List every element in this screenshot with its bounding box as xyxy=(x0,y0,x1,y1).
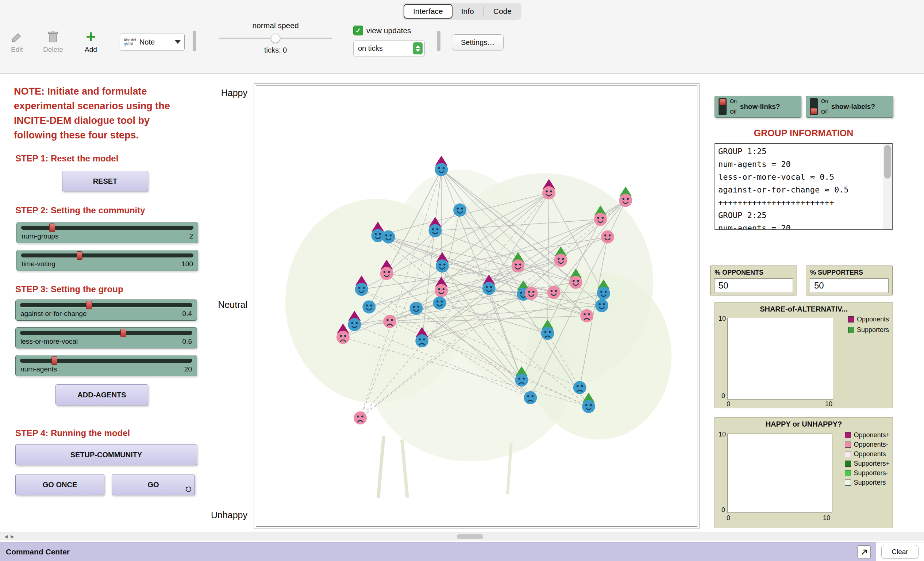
setup-community-button[interactable]: SETUP-COMMUNITY xyxy=(15,444,197,465)
step4-heading: STEP 4: Running the model xyxy=(15,428,130,438)
top-chrome: Interface Info Code Edit Delete + Add Ab… xyxy=(0,0,924,74)
time-voting-slider[interactable]: time-voting 100 xyxy=(16,250,198,271)
tab-info[interactable]: Info xyxy=(453,5,483,18)
slider-track[interactable] xyxy=(20,303,192,307)
less-or-more-vocal-slider[interactable]: less-or-more-vocal 0.6 xyxy=(15,327,197,349)
slider-track[interactable] xyxy=(20,331,192,335)
num-agents-slider[interactable]: num-agents 20 xyxy=(15,355,197,376)
legend-item: Supporters+ xyxy=(845,460,890,468)
output-scrollbar[interactable] xyxy=(883,144,892,229)
widget-type-dropdown[interactable]: Abc def ghi jkl Note xyxy=(120,34,184,50)
speed-slider-thumb[interactable] xyxy=(271,34,280,43)
edit-button[interactable]: Edit xyxy=(11,28,23,54)
settings-button[interactable]: Settings… xyxy=(452,34,504,50)
monitor-label: % SUPPORTERS xyxy=(806,266,892,277)
view-updates-group: ✓ view updates on ticks xyxy=(353,26,430,56)
axis-label-happy: Happy xyxy=(204,88,248,98)
x-axis-max: 10 xyxy=(823,514,830,522)
legend-swatch xyxy=(845,451,851,457)
speed-slider[interactable] xyxy=(219,33,332,44)
legend-swatch xyxy=(848,327,854,333)
switch-onoff-labels: On Off xyxy=(821,99,828,115)
slider-label: num-agents xyxy=(20,365,57,373)
agent xyxy=(410,302,423,315)
update-mode-dropdown[interactable]: on ticks xyxy=(353,41,425,56)
scrollbar-thumb[interactable] xyxy=(884,145,891,179)
slider-handle[interactable] xyxy=(120,329,126,337)
legend-item: Opponents xyxy=(848,316,889,323)
switch-knob[interactable] xyxy=(719,99,726,105)
legend-item: Supporters xyxy=(845,479,890,486)
against-or-for-change-slider[interactable]: against-or-for-change 0.4 xyxy=(15,299,197,321)
slider-track[interactable] xyxy=(21,253,194,257)
slider-label: against-or-for-change xyxy=(20,310,87,318)
agent xyxy=(453,203,466,217)
agent xyxy=(547,286,560,299)
toolbar-separator xyxy=(193,31,196,51)
detach-arrow-button[interactable] xyxy=(857,545,871,559)
background-stem xyxy=(378,436,384,498)
add-button[interactable]: + Add xyxy=(85,28,97,54)
trash-icon xyxy=(48,28,58,43)
slider-value: 100 xyxy=(182,260,193,268)
tab-bar: Interface Info Code xyxy=(402,3,522,20)
legend-label: Opponents+ xyxy=(854,431,890,439)
clear-button[interactable]: Clear xyxy=(881,545,918,559)
x-axis-min: 0 xyxy=(727,400,730,408)
legend-label: Supporters- xyxy=(854,469,888,477)
tab-interface[interactable]: Interface xyxy=(404,4,453,19)
go-once-button[interactable]: GO ONCE xyxy=(15,474,104,495)
switch-knob[interactable] xyxy=(810,108,817,114)
output-text: GROUP 1:25num-agents = 20less-or-more-vo… xyxy=(715,144,883,229)
legend-label: Opponents- xyxy=(854,441,888,448)
horizontal-scrollbar[interactable]: ◀▶ xyxy=(0,532,924,540)
slider-track[interactable] xyxy=(20,359,192,362)
monitor-label: % OPPONENTS xyxy=(711,266,796,277)
legend-item: Opponents xyxy=(845,450,890,458)
y-axis-max: 10 xyxy=(718,315,726,322)
legend-swatch xyxy=(845,432,851,438)
delete-button[interactable]: Delete xyxy=(43,28,63,54)
legend-item: Opponents- xyxy=(845,441,890,448)
scrollbar-arrows[interactable]: ◀▶ xyxy=(4,534,17,539)
agent xyxy=(433,296,446,310)
y-axis-min: 0 xyxy=(722,392,725,400)
axis-label-neutral: Neutral xyxy=(200,299,248,310)
show-labels-switch[interactable]: On Off show-labels? xyxy=(806,96,893,117)
y-axis-min: 0 xyxy=(722,506,725,514)
plot-title: SHARE-of-ALTERNATIV... xyxy=(715,302,892,313)
world-view[interactable] xyxy=(256,86,698,527)
slider-handle[interactable] xyxy=(49,224,55,232)
x-axis-min: 0 xyxy=(727,514,730,522)
legend-item: Supporters- xyxy=(845,469,890,477)
plot-area xyxy=(727,318,833,400)
reset-button[interactable]: RESET xyxy=(62,171,148,191)
slider-track[interactable] xyxy=(21,226,194,230)
tab-code[interactable]: Code xyxy=(484,5,520,18)
legend-swatch xyxy=(845,480,851,486)
world-view-frame xyxy=(254,83,700,529)
command-center-title: Command Center xyxy=(6,547,70,556)
num-groups-slider[interactable]: num-groups 2 xyxy=(16,222,198,243)
forever-icon xyxy=(185,486,192,493)
agent xyxy=(573,381,586,394)
slider-handle[interactable] xyxy=(86,301,92,309)
plot-legend: OpponentsSupporters xyxy=(848,316,889,334)
add-agents-button[interactable]: ADD-AGENTS xyxy=(56,384,148,405)
go-button[interactable]: GO xyxy=(112,474,195,495)
view-updates-label: view updates xyxy=(366,26,411,35)
switch-toggle[interactable] xyxy=(810,98,818,115)
switch-toggle[interactable] xyxy=(718,98,727,115)
model-note: NOTE: Initiate and formulate experimenta… xyxy=(14,84,194,143)
agent-network-canvas xyxy=(256,86,697,526)
output-line: less-or-more-vocal ≈ 0.5 xyxy=(718,171,880,183)
show-links-switch[interactable]: On Off show-links? xyxy=(714,96,801,117)
scrollbar-thumb[interactable] xyxy=(457,534,483,539)
slider-handle[interactable] xyxy=(76,251,82,260)
monitor-value: 50 xyxy=(714,278,793,293)
agent xyxy=(382,230,395,244)
share-of-alternatives-plot: SHARE-of-ALTERNATIV... 10 0 0 10 Opponen… xyxy=(714,302,893,408)
view-updates-checkbox[interactable]: ✓ xyxy=(353,26,363,35)
slider-handle[interactable] xyxy=(51,356,57,365)
switch-onoff-labels: On Off xyxy=(730,99,737,115)
